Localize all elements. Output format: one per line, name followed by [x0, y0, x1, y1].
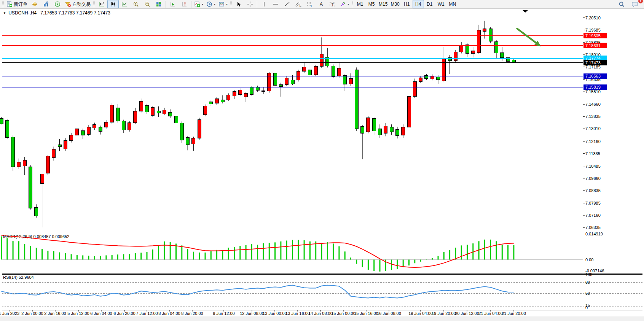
auto-trading-label: 自动交易	[72, 1, 91, 8]
auto-scroll-icon	[170, 1, 176, 7]
templates-button[interactable]: ▾	[217, 0, 229, 8]
market-watch-button[interactable]	[40, 0, 52, 8]
chevron-down-icon: ▾	[226, 3, 228, 6]
candle[interactable]	[407, 94, 411, 129]
chart-shift-button[interactable]	[179, 0, 190, 8]
notifications-button[interactable]: 1	[630, 0, 641, 8]
timeframe-H4[interactable]: H4	[413, 0, 424, 8]
time-label: 15 Jun 00:00	[331, 311, 355, 316]
candle[interactable]	[29, 165, 32, 210]
macd-label: MACD(12,26,9) 0.008457 0.009652	[3, 234, 69, 239]
metaeditor-button[interactable]	[29, 0, 40, 8]
candle[interactable]	[296, 70, 300, 81]
timeframe-D1[interactable]: D1	[424, 0, 435, 8]
line-chart-icon	[121, 1, 128, 7]
crosshair-button[interactable]	[244, 0, 256, 8]
candle[interactable]	[11, 135, 15, 171]
candle[interactable]	[46, 155, 49, 175]
bar-chart-button[interactable]	[96, 0, 107, 8]
toolbar-grip[interactable]	[352, 1, 353, 7]
price-tick-label: 7.20510	[585, 16, 601, 20]
toolbar-separator	[257, 1, 257, 8]
indicators-button[interactable]: ▾	[193, 0, 205, 8]
price-tick-label: 7.14660	[585, 102, 601, 106]
zoom-in-button[interactable]	[130, 0, 142, 8]
candlestick-chart-button[interactable]	[107, 0, 119, 8]
trendline-button[interactable]	[281, 0, 293, 8]
vertical-line-icon	[261, 1, 267, 7]
arrows-button[interactable]: ▾	[338, 0, 351, 8]
indicators-icon	[194, 1, 200, 7]
candle[interactable]	[355, 67, 358, 131]
timeframe-M1[interactable]: M1	[354, 0, 366, 8]
mt4-window: 7.205107.196857.188357.180107.171857.163…	[0, 0, 644, 321]
search-button[interactable]	[616, 0, 627, 8]
candle[interactable]	[204, 105, 207, 116]
candle[interactable]	[151, 106, 155, 117]
tile-windows-icon	[156, 1, 162, 7]
equidistant-channel-button[interactable]: E	[293, 0, 304, 8]
price-tick-label: 7.11335	[585, 151, 600, 156]
price-badge-label: 7.19305	[585, 33, 601, 38]
time-label: 1 Jun 2023	[0, 311, 19, 316]
fibonacci-button[interactable]: F	[304, 0, 316, 8]
candle[interactable]	[174, 115, 178, 124]
auto-scroll-button[interactable]	[167, 0, 179, 8]
toolbar: 新订单 自动交易	[0, 0, 644, 9]
candle[interactable]	[367, 116, 370, 133]
svg-text:A: A	[320, 2, 323, 7]
auto-trading-button[interactable]: 自动交易	[63, 0, 92, 8]
time-label: 6 Jun 04:00	[90, 311, 112, 316]
price-tick-label: 7.07160	[585, 213, 601, 218]
candle[interactable]	[413, 79, 416, 98]
horizontal-line-button[interactable]	[270, 0, 281, 8]
candle[interactable]	[5, 119, 9, 139]
timeframe-M15[interactable]: M15	[377, 0, 389, 8]
candle[interactable]	[128, 121, 131, 132]
candle[interactable]	[198, 118, 201, 140]
tile-windows-button[interactable]	[153, 0, 164, 8]
collapse-icon[interactable]: ▼	[3, 11, 6, 15]
signals-button[interactable]	[52, 0, 63, 8]
periods-button[interactable]: ▾	[205, 0, 217, 8]
timeframe-W1[interactable]: W1	[435, 0, 447, 8]
text-button[interactable]: A	[316, 0, 327, 8]
time-label: 16 Jun 08:00	[377, 311, 401, 316]
toolbar-grip[interactable]	[2, 1, 4, 7]
timeframe-MN[interactable]: MN	[447, 0, 458, 8]
chart-symbol-period: USDCNH-,H4	[8, 10, 37, 16]
vertical-line-button[interactable]	[258, 0, 270, 8]
time-label: 15 Jun 16:00	[354, 311, 378, 316]
time-label: 19 Jun 04:00	[408, 311, 433, 316]
candle[interactable]	[314, 65, 317, 76]
toolbar-grip[interactable]	[230, 1, 232, 7]
equidistant-channel-icon: E	[295, 1, 302, 7]
text-label-button[interactable]: T	[327, 0, 338, 8]
cursor-button[interactable]	[233, 0, 244, 8]
market-watch-icon	[43, 1, 49, 7]
chart-canvas[interactable]: 7.205107.196857.188357.180107.171857.163…	[0, 0, 644, 321]
arrows-icon	[340, 1, 346, 7]
candle[interactable]	[180, 121, 183, 143]
new-order-button[interactable]: 新订单	[5, 0, 29, 8]
time-label: 2 Jun 16:00	[44, 311, 66, 316]
chevron-down-icon: ▾	[202, 3, 203, 6]
timeframe-H1[interactable]: H1	[401, 0, 413, 8]
zoom-out-button[interactable]	[142, 0, 153, 8]
price-badge-label: 7.17473	[585, 60, 601, 65]
price-tick-label: 7.13835	[585, 114, 601, 119]
line-chart-button[interactable]	[119, 0, 130, 8]
price-tick-label: 7.13010	[585, 126, 601, 131]
timeframe-M5[interactable]: M5	[366, 0, 377, 8]
timeframe-bar: M1M5M15M30H1H4D1W1MN	[354, 0, 458, 8]
timeframe-M30[interactable]: M30	[389, 0, 401, 8]
candle[interactable]	[454, 50, 457, 62]
candle[interactable]	[110, 103, 114, 124]
candle[interactable]	[268, 72, 271, 92]
toolbar-grip[interactable]	[93, 1, 95, 7]
chart-shift-icon	[181, 1, 187, 7]
candle[interactable]	[273, 72, 277, 87]
notification-badge: 1	[638, 0, 643, 3]
macd-axis-label: 0.00	[585, 257, 593, 262]
price-tick-label: 7.09660	[585, 176, 601, 181]
